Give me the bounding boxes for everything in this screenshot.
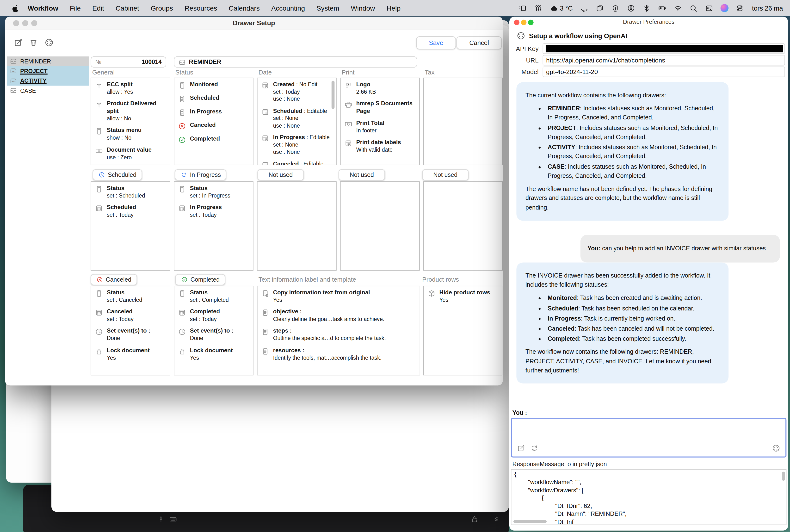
compose-toolbar-icon[interactable] [14,38,23,48]
openai-send-icon[interactable] [772,444,781,453]
setting-row[interactable]: Product Delivered splitallow : No [91,97,170,124]
apple-menu-icon[interactable] [11,4,20,13]
phase-button-not-used[interactable]: Not used [422,169,468,180]
display-menu-icon[interactable] [519,4,527,13]
setting-row[interactable]: Canceled [174,119,253,133]
document-number-field[interactable]: № 100014 [91,56,166,68]
compose-icon[interactable] [517,444,525,453]
minimize-button[interactable] [22,20,28,26]
keychain-menu-icon[interactable] [534,4,543,13]
url-field[interactable]: https://api.openai.com/v1/chat/completio… [542,55,785,65]
keyboard-icon[interactable] [169,515,177,524]
setting-row[interactable]: Status menushow : No [91,124,170,144]
menu-item-file[interactable]: File [70,4,81,12]
phase-button-in-progress[interactable]: In Progress [175,169,227,180]
phase-button-not-used[interactable]: Not used [257,169,304,180]
setting-row[interactable]: Lock documentYes [91,344,170,363]
setting-row[interactable]: hmrep S Documents Page [341,97,419,117]
menu-item-help[interactable]: Help [387,4,401,12]
setting-row[interactable]: Set event(s) to :Done [91,325,170,344]
setting-row[interactable]: Statusset : Scheduled [91,182,170,201]
prompt-input[interactable] [511,418,786,457]
menu-clock[interactable]: tors 26 ma [752,4,783,12]
sidebar-item-activity[interactable]: ACTIVITY [7,76,89,86]
close-button[interactable] [13,20,19,26]
model-field[interactable]: gpt-4o-2024-11-20 [542,66,785,77]
setting-row[interactable]: Scheduled [174,92,253,106]
menu-item-workflow[interactable]: Workflow [27,4,58,12]
trash-toolbar-icon[interactable] [29,38,38,48]
thumbs-up-icon[interactable] [470,515,479,524]
phase-button-not-used[interactable]: Not used [339,169,385,180]
setting-row[interactable]: Statusset : Canceled [91,286,170,305]
weather-item[interactable]: 3 °C [550,4,573,13]
setting-row[interactable]: steps :Outline the specific a…d to compl… [257,325,420,344]
menu-item-accounting[interactable]: Accounting [271,4,305,12]
close-button[interactable] [514,20,519,25]
control-center-menu-icon[interactable] [735,4,744,13]
menu-item-resources[interactable]: Resources [185,4,217,12]
phase-button-scheduled[interactable]: Scheduled [93,169,142,180]
setting-row[interactable]: Document valueuse : Zero [91,144,170,163]
sidebar-item-case[interactable]: CASE [7,86,89,95]
airdrop-menu-icon[interactable] [611,4,620,13]
setting-row[interactable]: Monitored [174,78,253,92]
siri-menu-icon[interactable] [720,4,729,12]
setting-row[interactable]: resources :Identify the tools, mat…accom… [257,344,420,363]
setting-row[interactable]: Logo2,66 KB [341,78,419,97]
menu-item-calendars[interactable]: Calendars [229,4,260,12]
menu-item-cabinet[interactable]: Cabinet [116,4,139,12]
setting-row[interactable]: Scheduled : Editableset : Noneuse : None [257,104,336,131]
setting-row[interactable]: Hide product rowsYes [424,286,502,305]
json-horizontal-scrollbar[interactable] [514,520,546,523]
minimize-button[interactable] [521,20,526,25]
setting-row[interactable]: ECC splitallow : Yes [91,78,170,97]
setting-row[interactable]: Statusset : In Progress [174,182,253,201]
setting-row[interactable]: Created : No Editset : Todayuse : None [257,78,336,104]
sliders-icon[interactable] [157,515,165,524]
menu-item-groups[interactable]: Groups [151,4,173,12]
battery-menu-icon[interactable] [658,4,667,13]
user-menu-icon[interactable] [627,4,635,13]
setting-row[interactable]: objective :Clearly define the goa…task a… [257,305,420,325]
setting-row[interactable]: Canceledset : Today [91,305,170,325]
openai-toolbar-icon[interactable] [44,38,54,48]
zoom-button[interactable] [31,20,37,26]
save-button[interactable]: Save [416,36,456,50]
stage-manager-menu-icon[interactable] [595,4,604,13]
setting-row[interactable]: Print TotalIn footer [341,117,419,136]
link-icon[interactable] [492,515,501,524]
setting-row[interactable]: Scheduledset : Today [91,201,170,220]
screen-dots-menu-icon[interactable] [580,4,589,13]
setting-row[interactable]: Copy information text from originalYes [257,286,420,305]
setting-row[interactable]: Statusset : Completed [174,286,253,305]
sync-icon[interactable] [530,444,539,453]
setting-row[interactable]: Set event(s) to :Done [174,325,253,344]
input-source-menu-icon[interactable] [705,4,713,13]
sidebar-item-project[interactable]: PROJECT [7,66,89,76]
sidebar-item-reminder[interactable]: REMINDER [7,56,89,66]
setting-row[interactable]: Completed [174,132,253,146]
bluetooth-menu-icon[interactable] [642,4,651,13]
wifi-menu-icon[interactable] [673,4,682,13]
setting-row[interactable]: In Progressset : Today [174,201,253,220]
date-panel-scrollbar[interactable] [332,81,335,109]
menu-item-edit[interactable]: Edit [92,4,104,12]
spotlight-menu-icon[interactable] [689,4,698,13]
response-json-panel[interactable]: {"workflowName": "","workflowDrawers": [… [511,469,786,525]
zoom-button[interactable] [528,20,534,25]
cancel-button[interactable]: Cancel [457,36,502,50]
setting-row[interactable]: Use icc fromCalendar and ICC [91,163,170,165]
api-key-field[interactable] [542,43,785,54]
chatgpt-menu-icon[interactable] [503,4,512,13]
phase-button-canceled[interactable]: Canceled [91,274,137,285]
drawer-name-field[interactable]: REMINDER [174,56,417,68]
json-vertical-scrollbar[interactable] [782,472,785,481]
menu-item-system[interactable]: System [316,4,339,12]
setting-row[interactable]: Canceled : Editableset : Noneuse : None [257,157,336,165]
setting-row[interactable]: Lock documentYes [174,344,253,363]
setting-row[interactable]: Print date labelsWith valid date [341,136,419,155]
phase-button-completed[interactable]: Completed [175,274,225,285]
setting-row[interactable]: In Progress [174,105,253,119]
setting-row[interactable]: In Progress : Editableset : Noneuse : No… [257,131,336,157]
